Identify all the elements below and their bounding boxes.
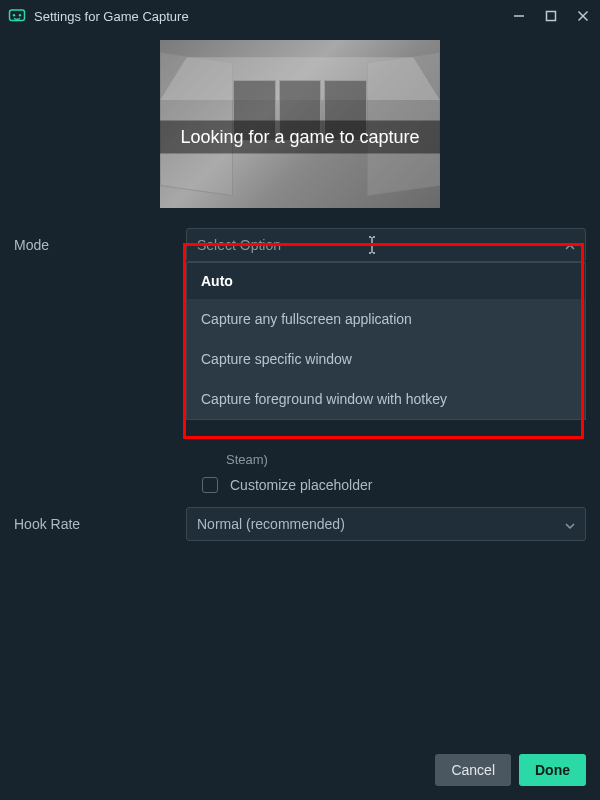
chevron-down-icon [565,516,575,532]
svg-point-2 [19,14,21,16]
customize-placeholder-row: Customize placeholder [202,477,586,493]
obscured-option-text: Steam) [226,452,586,467]
hook-rate-value: Normal (recommended) [197,516,345,532]
customize-placeholder-checkbox[interactable] [202,477,218,493]
mode-option-specific-window[interactable]: Capture specific window [187,339,585,379]
minimize-button[interactable] [510,7,528,25]
hook-rate-label: Hook Rate [14,516,186,532]
svg-rect-4 [547,12,556,21]
settings-form: Mode Select Option Auto Capture any full… [0,220,600,561]
hook-rate-select[interactable]: Normal (recommended) [186,507,586,541]
mode-option-foreground-hotkey[interactable]: Capture foreground window with hotkey [187,379,585,419]
preview-banner-text: Looking for a game to capture [160,121,440,154]
mode-dropdown: Auto Capture any fullscreen application … [186,262,586,420]
app-icon [8,7,26,25]
text-cursor-icon [367,236,377,254]
preview-image: Looking for a game to capture [160,40,440,208]
cancel-button[interactable]: Cancel [435,754,511,786]
preview-area: Looking for a game to capture [0,32,600,220]
done-button[interactable]: Done [519,754,586,786]
customize-placeholder-label: Customize placeholder [230,477,372,493]
window-title: Settings for Game Capture [34,9,189,24]
hook-rate-row: Hook Rate Normal (recommended) [14,507,586,541]
titlebar: Settings for Game Capture [0,0,600,32]
mode-select-placeholder: Select Option [197,237,281,253]
mode-select[interactable]: Select Option [186,228,586,262]
mode-option-auto[interactable]: Auto [187,263,585,299]
mode-label: Mode [14,237,186,253]
maximize-button[interactable] [542,7,560,25]
window-controls [510,7,592,25]
close-button[interactable] [574,7,592,25]
dialog-footer: Cancel Done [435,754,586,786]
mode-row: Mode Select Option Auto Capture any full… [14,228,586,262]
mode-option-fullscreen[interactable]: Capture any fullscreen application [187,299,585,339]
chevron-up-icon [565,237,575,253]
svg-point-1 [13,14,15,16]
